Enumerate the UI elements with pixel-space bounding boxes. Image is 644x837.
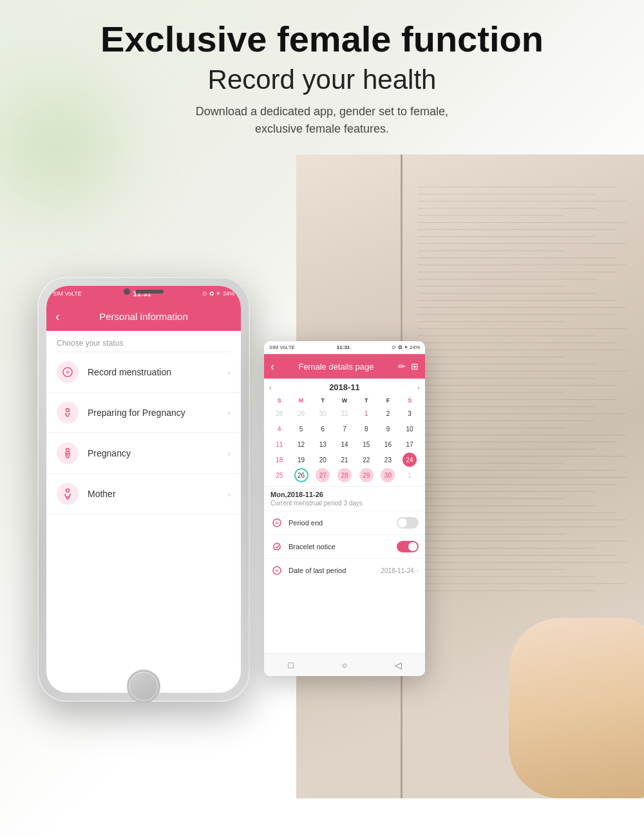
phone1-status-right: ⊙ ✿ ✶ 24% xyxy=(202,290,234,297)
cal-cell-26-selected[interactable]: 26 xyxy=(294,468,308,482)
cal-cell-17[interactable]: 17 xyxy=(402,437,417,451)
calendar: ‹ 2018-11 › S M T W T F S 28 29 30 31 1 … xyxy=(264,379,425,486)
menu-item-menstruation[interactable]: Record menstruation › xyxy=(46,352,241,393)
cal-header-s2: S xyxy=(399,396,420,405)
cal-header-f: F xyxy=(378,396,399,405)
cal-cell-30p[interactable]: 30 xyxy=(316,406,330,420)
cal-cell-31[interactable]: 31 xyxy=(337,406,352,420)
cal-cell-20[interactable]: 20 xyxy=(316,453,330,467)
last-period-label: Date of last period xyxy=(289,567,381,574)
cal-cell-1n[interactable]: 1 xyxy=(402,468,417,482)
nav-circle[interactable]: ○ xyxy=(338,659,351,672)
cal-header-w: W xyxy=(334,396,355,405)
period-end-toggle[interactable] xyxy=(397,517,419,529)
info-date: Mon,2018-11-26 xyxy=(270,491,419,498)
cal-header-t2: T xyxy=(356,396,377,405)
bracelet-notice-label: Bracelet notice xyxy=(289,543,397,550)
cal-cell-9[interactable]: 9 xyxy=(381,422,395,436)
bracelet-icon xyxy=(270,540,283,553)
phone2-header-title: Female details page xyxy=(274,362,398,371)
cal-cell-28-pink[interactable]: 28 xyxy=(337,468,352,482)
cal-cell-19[interactable]: 19 xyxy=(294,453,308,467)
cal-cell-16[interactable]: 16 xyxy=(381,437,395,451)
cal-cell-2[interactable]: 2 xyxy=(381,406,395,420)
cal-cell-1[interactable]: 1 xyxy=(359,406,374,420)
menu-item-pregnancy-prep[interactable]: Preparing for Pregnancy › xyxy=(46,393,241,433)
cal-cell-5[interactable]: 5 xyxy=(294,422,308,436)
phone2: SIM VoLTE 11:31 ⊙ ✿ ✶ 24% ‹ Female detai… xyxy=(264,341,425,676)
phone2-bottom-nav: □ ○ ◁ xyxy=(264,653,425,676)
calendar-prev[interactable]: ‹ xyxy=(269,383,272,392)
last-period-row[interactable]: Date of last period 2018-11-24 › xyxy=(264,558,425,582)
cal-cell-12[interactable]: 12 xyxy=(294,437,308,451)
bracelet-notice-row: Bracelet notice xyxy=(264,534,425,558)
calendar-nav: ‹ 2018-11 › xyxy=(269,382,420,392)
cal-cell-29-pink[interactable]: 29 xyxy=(359,468,374,482)
phone2-app-header: ‹ Female details page ✏ ⊞ xyxy=(264,354,425,379)
pregnancy-icon xyxy=(57,442,79,464)
calendar-next[interactable]: › xyxy=(417,383,420,392)
nav-triangle[interactable]: ◁ xyxy=(392,659,404,672)
menu-item-mother[interactable]: Mother › xyxy=(46,474,241,514)
cal-cell-22[interactable]: 22 xyxy=(359,453,374,467)
menu-chevron-3: › xyxy=(227,448,231,458)
phone1-app-header: ‹ Personal information xyxy=(46,301,241,331)
cal-cell-10[interactable]: 10 xyxy=(402,422,417,436)
cal-cell-6[interactable]: 6 xyxy=(316,422,330,436)
menu-label-pregnancy: Pregnancy xyxy=(88,448,227,458)
main-title: Exclusive female function xyxy=(0,19,644,59)
cal-cell-8[interactable]: 8 xyxy=(359,422,374,436)
svg-point-2 xyxy=(65,414,67,416)
header-section: Exclusive female function Record your he… xyxy=(0,19,644,138)
cal-cell-24-today[interactable]: 24 xyxy=(402,453,417,467)
phone1-speaker xyxy=(135,290,164,294)
phone2-status-left: SIM VoLTE xyxy=(269,344,295,350)
cal-cell-29p[interactable]: 29 xyxy=(294,406,308,420)
cal-cell-25[interactable]: 25 xyxy=(272,468,287,482)
period-end-row: Period end xyxy=(264,511,425,534)
phone2-edit-icon[interactable]: ✏ xyxy=(398,361,406,371)
cal-cell-23[interactable]: 23 xyxy=(381,453,395,467)
phone1-header-title: Personal information xyxy=(99,311,188,322)
choose-status-label: Choose your status xyxy=(46,331,241,352)
nav-square[interactable]: □ xyxy=(285,659,298,672)
phone2-time: 11:31 xyxy=(337,344,350,350)
cal-cell-30-pink[interactable]: 30 xyxy=(381,468,395,482)
phone2-grid-icon[interactable]: ⊞ xyxy=(411,361,419,371)
cal-cell-13[interactable]: 13 xyxy=(316,437,330,451)
pregnancy-prep-icon xyxy=(57,402,79,424)
menu-label-mother: Mother xyxy=(88,489,227,499)
phone2-status-bar: SIM VoLTE 11:31 ⊙ ✿ ✶ 24% xyxy=(264,341,425,354)
phone1-back-button[interactable]: ‹ xyxy=(55,309,60,324)
phone1-camera xyxy=(124,288,130,295)
cal-cell-7[interactable]: 7 xyxy=(337,422,352,436)
cal-cell-27-pink[interactable]: 27 xyxy=(316,468,330,482)
period-end-icon xyxy=(270,516,283,529)
svg-point-1 xyxy=(66,409,70,412)
menu-item-pregnancy[interactable]: Pregnancy › xyxy=(46,433,241,474)
cal-header-m: M xyxy=(291,396,312,405)
menu-label-pregnancy-prep: Preparing for Pregnancy xyxy=(88,408,227,418)
phone2-screen: SIM VoLTE 11:31 ⊙ ✿ ✶ 24% ‹ Female detai… xyxy=(264,341,425,676)
svg-point-5 xyxy=(66,489,70,493)
phone1: SIM VoLTE 11:31 ⊙ ✿ ✶ 24% ‹ Personal inf… xyxy=(37,277,250,702)
menu-chevron-2: › xyxy=(227,408,231,418)
phone1-home-button[interactable] xyxy=(127,670,160,703)
calendar-grid: S M T W T F S 28 29 30 31 1 2 3 4 5 6 7 xyxy=(269,396,420,482)
cal-cell-15[interactable]: 15 xyxy=(359,437,374,451)
cal-header-s1: S xyxy=(269,396,290,405)
last-period-icon xyxy=(270,564,283,577)
cal-header-t1: T xyxy=(312,396,333,405)
svg-point-4 xyxy=(66,454,69,456)
cal-cell-14[interactable]: 14 xyxy=(337,437,352,451)
cal-cell-3[interactable]: 3 xyxy=(402,406,417,420)
phone2-status-right: ⊙ ✿ ✶ 24% xyxy=(392,344,420,350)
bracelet-notice-toggle[interactable] xyxy=(397,541,419,552)
info-period: Current menstrual period 3 days xyxy=(270,500,419,507)
cal-cell-28p[interactable]: 28 xyxy=(272,406,287,420)
cal-cell-11[interactable]: 11 xyxy=(272,437,287,451)
cal-cell-18[interactable]: 18 xyxy=(272,453,287,467)
cal-cell-4[interactable]: 4 xyxy=(272,422,287,436)
menstruation-icon xyxy=(57,361,79,383)
cal-cell-21[interactable]: 21 xyxy=(337,453,352,467)
